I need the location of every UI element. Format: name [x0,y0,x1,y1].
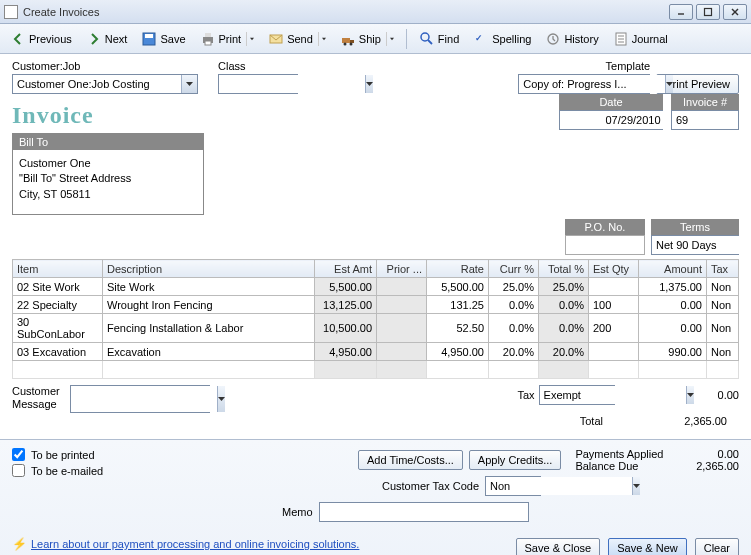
spelling-button[interactable]: ✓ Spelling [467,27,537,51]
minimize-button[interactable] [669,4,693,20]
to-be-printed-input[interactable] [12,448,25,461]
envelope-icon [268,31,284,47]
terms-combo[interactable] [651,235,739,255]
date-field[interactable] [559,110,663,130]
invoice-title: Invoice [12,102,204,129]
terms-input[interactable] [652,236,751,254]
send-dropdown[interactable] [318,32,326,46]
apply-credits-button[interactable]: Apply Credits... [469,450,562,470]
ship-dropdown[interactable] [386,32,394,46]
ship-button[interactable]: Ship [334,27,400,51]
bill-to-line3: City, ST 05811 [19,187,197,202]
balance-due-value: 2,365.00 [696,460,739,472]
chevron-down-icon[interactable] [217,386,225,412]
find-icon [419,31,435,47]
table-row[interactable]: 30 SubConLaborFencing Installation & Lab… [13,314,739,343]
svg-rect-8 [205,41,211,45]
save-close-button[interactable]: Save & Close [516,538,601,555]
invoice-num-input[interactable] [671,110,739,130]
history-label: History [564,33,598,45]
table-row[interactable]: 03 ExcavationExcavation4,950.004,950.002… [13,343,739,361]
line-items-grid[interactable]: Item Description Est Amt Prior ... Rate … [12,259,739,379]
col-est-qty[interactable]: Est Qty [589,260,639,278]
col-curr[interactable]: Curr % [489,260,539,278]
class-label: Class [218,60,338,72]
arrow-left-icon [10,31,26,47]
chevron-down-icon[interactable] [665,75,673,93]
col-tax[interactable]: Tax [707,260,739,278]
table-row[interactable]: 22 SpecialtyWrought Iron Fencing13,125.0… [13,296,739,314]
ship-icon [340,31,356,47]
col-prior[interactable]: Prior ... [377,260,427,278]
invoice-num-header: Invoice # [671,94,739,110]
bill-to-line2: "Bill To" Street Address [19,171,197,186]
svg-line-15 [428,40,432,44]
send-label: Send [287,33,313,45]
terms-header: Terms [651,219,739,235]
customer-job-input[interactable] [13,75,181,93]
to-be-printed-check[interactable]: To be printed [12,448,212,461]
col-total-pct[interactable]: Total % [539,260,589,278]
customer-tax-code-combo[interactable] [485,476,541,496]
balance-due-label: Balance Due [575,460,638,472]
spelling-icon: ✓ [473,31,489,47]
close-button[interactable] [723,4,747,20]
table-row-blank[interactable] [13,361,739,379]
svg-point-13 [349,42,352,45]
window-title: Create Invoices [23,6,669,18]
chevron-down-icon[interactable] [365,75,373,93]
journal-label: Journal [632,33,668,45]
maximize-button[interactable] [696,4,720,20]
window-icon [4,5,18,19]
col-rate[interactable]: Rate [427,260,489,278]
find-button[interactable]: Find [413,27,465,51]
print-dropdown[interactable] [246,32,254,46]
save-button[interactable]: Save [135,27,191,51]
print-button[interactable]: Print [194,27,261,51]
col-item[interactable]: Item [13,260,103,278]
class-input[interactable] [219,75,365,93]
clear-button[interactable]: Clear [695,538,739,555]
tax-item-combo[interactable] [539,385,615,405]
tax-item-input[interactable] [540,386,686,404]
spelling-label: Spelling [492,33,531,45]
template-combo[interactable] [518,74,650,94]
next-button[interactable]: Next [80,27,134,51]
memo-input[interactable] [319,502,529,522]
bill-to-body[interactable]: Customer One "Bill To" Street Address Ci… [13,150,203,214]
template-input[interactable] [519,75,665,93]
payments-applied-label: Payments Applied [575,448,663,460]
customer-message-combo[interactable] [70,385,210,413]
arrow-right-icon [86,31,102,47]
col-est-amt[interactable]: Est Amt [315,260,377,278]
po-no-input[interactable] [565,235,645,255]
table-row[interactable]: 02 Site WorkSite Work5,500.005,500.0025.… [13,278,739,296]
print-icon [200,31,216,47]
customer-message-input[interactable] [71,386,217,412]
class-combo[interactable] [218,74,298,94]
history-button[interactable]: History [539,27,604,51]
chevron-down-icon[interactable] [686,386,694,404]
col-amount[interactable]: Amount [639,260,707,278]
previous-button[interactable]: Previous [4,27,78,51]
bill-to-box: Bill To Customer One "Bill To" Street Ad… [12,133,204,215]
svg-rect-11 [350,40,354,43]
journal-button[interactable]: Journal [607,27,674,51]
save-label: Save [160,33,185,45]
ship-label: Ship [359,33,381,45]
learn-link[interactable]: Learn about our payment processing and o… [31,538,359,550]
chevron-down-icon[interactable] [632,477,640,495]
save-new-button[interactable]: Save & New [608,538,687,555]
send-button[interactable]: Send [262,27,332,51]
to-be-emailed-input[interactable] [12,464,25,477]
to-be-emailed-check[interactable]: To be e-mailed [12,464,212,477]
date-header: Date [559,94,663,110]
template-label: Template [518,60,650,72]
customer-tax-code-input[interactable] [486,477,632,495]
add-time-costs-button[interactable]: Add Time/Costs... [358,450,463,470]
col-description[interactable]: Description [103,260,315,278]
chevron-down-icon[interactable] [181,75,197,93]
customer-job-combo[interactable] [12,74,198,94]
lightning-icon: ⚡ [12,537,27,551]
svg-rect-7 [205,33,211,37]
